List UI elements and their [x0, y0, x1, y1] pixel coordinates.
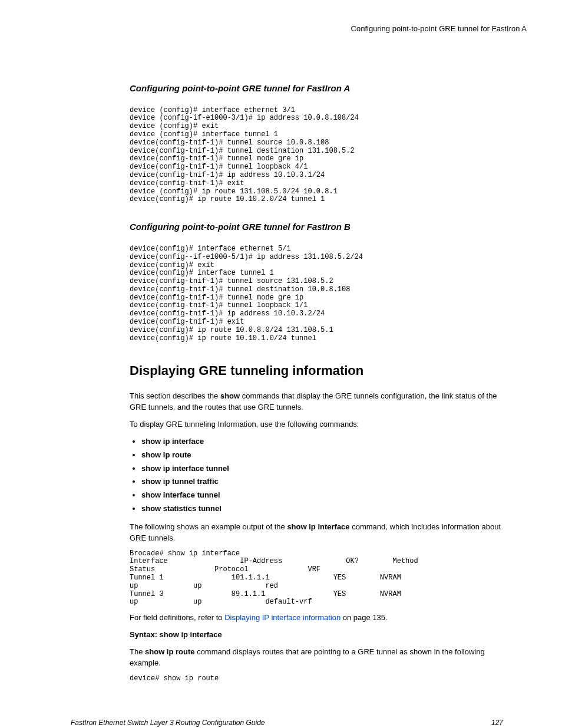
heading-config-a: Configuring point-to-point GRE tunnel fo…	[130, 82, 503, 95]
codeblock-config-a: device (config)# interface ethernet 3/1 …	[130, 107, 503, 205]
paragraph-example-lead: The following shows an example output of…	[130, 522, 503, 544]
list-item: show ip route	[141, 450, 503, 461]
cmd: show ip interface	[141, 437, 204, 446]
cmd: show interface tunnel	[141, 490, 220, 499]
text-bold: show	[220, 391, 240, 400]
text: The	[130, 647, 145, 656]
footer-page-number: 127	[491, 718, 503, 728]
footer-left: FastIron Ethernet Switch Layer 3 Routing…	[71, 718, 265, 728]
list-item: show ip tunnel traffic	[141, 476, 503, 487]
paragraph-show-ip-route: The show ip route command displays route…	[130, 647, 503, 669]
paragraph-intro: This section describes the show commands…	[130, 391, 503, 413]
main-content: Configuring point-to-point GRE tunnel fo…	[130, 82, 503, 683]
text: This section describes the	[130, 391, 220, 400]
footer-title: FastIron Ethernet Switch Layer 3 Routing…	[71, 719, 265, 727]
codeblock-show-ip-interface: Brocade# show ip interface Interface IP-…	[130, 550, 503, 607]
command-list: show ip interface show ip route show ip …	[130, 436, 503, 515]
cmd: show ip tunnel traffic	[141, 477, 219, 486]
heading-display-gre: Displaying GRE tunneling information	[130, 361, 503, 380]
cmd: show ip route	[141, 450, 191, 459]
list-item: show statistics tunnel	[141, 503, 503, 515]
cmd: show ip interface tunnel	[141, 464, 229, 473]
heading-config-b: Configuring point-to-point GRE tunnel fo…	[130, 220, 503, 233]
text-bold: show ip route	[145, 647, 195, 656]
list-item: show interface tunnel	[141, 490, 503, 501]
text-bold: show ip interface	[287, 522, 349, 531]
paragraph-lead: To display GRE tunneling Information, us…	[130, 419, 503, 430]
codeblock-show-ip-route: device# show ip route	[130, 675, 503, 683]
text: The following shows an example output of…	[130, 522, 287, 531]
link-displaying-ip-interface[interactable]: Displaying IP interface information	[224, 613, 340, 622]
paragraph-ref: For field definitions, refer to Displayi…	[130, 612, 503, 624]
codeblock-config-b: device(config)# interface ethernet 5/1 d…	[130, 245, 503, 343]
page-footer: FastIron Ethernet Switch Layer 3 Routing…	[35, 718, 527, 728]
cmd: show statistics tunnel	[141, 504, 222, 513]
syntax-line: Syntax: show ip interface	[130, 630, 503, 641]
running-header: Configuring point-to-point GRE tunnel fo…	[35, 24, 527, 35]
text: For field definitions, refer to	[130, 613, 224, 622]
text: on page 135.	[340, 613, 388, 622]
list-item: show ip interface tunnel	[141, 463, 503, 475]
list-item: show ip interface	[141, 436, 503, 447]
